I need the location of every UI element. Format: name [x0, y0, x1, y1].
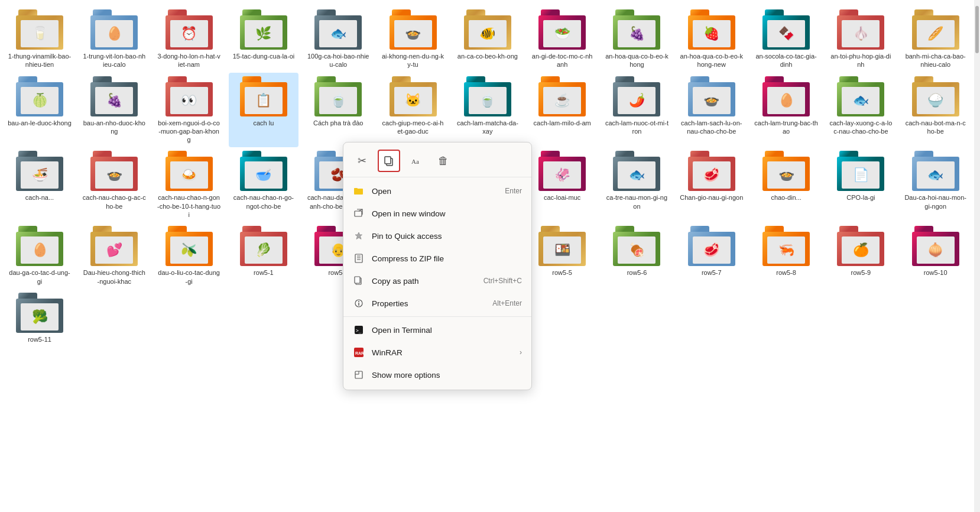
folder-item[interactable]: 🧅 row5-10: [901, 222, 971, 289]
folder-item[interactable]: 🥛 1-thung-vinamilk-bao-nhieu-tien: [5, 6, 74, 73]
folder-item[interactable]: 📄 CPO-la-gi: [826, 147, 895, 222]
folder-label: bau-an-nho-duoc-khong: [82, 119, 146, 136]
folder-label: cach-nau-chao-n-gon-cho-be-10-t-hang-tuo…: [157, 193, 221, 219]
menu-item-winrar[interactable]: RAR WinRAR ›: [343, 341, 531, 364]
folder-icon: 🍛: [166, 151, 213, 191]
scrollbar[interactable]: [974, 0, 980, 512]
folder-item[interactable]: 🍫 an-socola-co-tac-gia-dinh: [751, 6, 821, 73]
folder-item[interactable]: 🍵 cach-lam-matcha-da-xay: [453, 73, 523, 148]
folder-item[interactable]: 🍲 cach-nau-chao-g-ac-cho-be: [79, 147, 149, 222]
folder-icon: 🍈: [16, 76, 63, 116]
folder-item[interactable]: ☕ cach-lam-milo-d-am: [527, 73, 597, 148]
folder-item[interactable]: 🐱 cach-giup-meo-c-ai-het-gao-duc: [378, 73, 448, 148]
menu-item-more[interactable]: Show more options: [343, 364, 531, 386]
folder-item[interactable]: 🦐 row5-8: [751, 222, 821, 289]
folder-item[interactable]: 🐠 an-ca-co-beo-kh-ong: [453, 6, 523, 73]
folder-base: 🥦: [16, 299, 63, 333]
folder-item[interactable]: 🐟 cach-lay-xuong-c-a-loc-nau-chao-cho-be: [826, 73, 895, 148]
folder-item[interactable]: 📋 cach lu: [229, 73, 298, 148]
folder-item[interactable]: 🍛 cach-nau-chao-n-gon-cho-be-10-t-hang-t…: [154, 147, 224, 222]
folder-label: an-ca-co-beo-kh-ong: [457, 52, 518, 60]
folder-base: 🍵: [314, 82, 362, 116]
folder-icon: 🥚: [90, 9, 138, 50]
folder-preview: 💕: [95, 236, 133, 264]
menu-item-pin[interactable]: Pin to Quick access: [343, 225, 531, 247]
menu-item-terminal[interactable]: >_ Open in Terminal: [343, 319, 531, 341]
folder-item[interactable]: 🍲 cach-lam-sach-lu-on-nau-chao-cho-be: [677, 73, 747, 148]
folder-icon: 🐟: [912, 151, 959, 191]
folder-label: row5-8: [776, 268, 796, 277]
delete-button[interactable]: 🗑: [432, 150, 455, 172]
folder-icon: 🫒: [166, 226, 213, 266]
folder-preview: 🍇: [618, 20, 656, 47]
folder-item[interactable]: 🌿 15-tac-dung-cua-la-oi: [229, 6, 298, 73]
folder-icon: 🍲: [390, 9, 437, 50]
folder-item[interactable]: 🌶️ cach-lam-nuoc-ot-mi-tron: [602, 73, 671, 148]
folder-base: 🍜: [16, 157, 63, 191]
menu-separator: [343, 316, 531, 317]
folder-item[interactable]: 🐟 Dau-ca-hoi-nau-mon-gi-ngon: [901, 147, 971, 222]
folder-item[interactable]: 🐟 ca-tre-nau-mon-gi-ngon: [602, 147, 671, 222]
folder-icon: 🧄: [837, 9, 884, 50]
scrollbar-thumb[interactable]: [975, 6, 979, 53]
menu-item-open[interactable]: Open Enter: [343, 180, 531, 202]
folder-item[interactable]: 🍲 ai-khong-nen-du-ng-ky-tu: [378, 6, 448, 73]
folder-item[interactable]: 🐟 100g-ca-hoi-bao-nhieu-calo: [303, 6, 373, 73]
folder-item[interactable]: 🍜 cach-na...: [5, 147, 74, 222]
folder-item[interactable]: 🍇 an-hoa-qua-co-b-eo-khong: [602, 6, 671, 73]
folder-preview: 📋: [245, 87, 283, 114]
menu-item-open-new[interactable]: Open in new window: [343, 202, 531, 225]
folder-icon: 📋: [240, 76, 287, 116]
folder-item[interactable]: 🍱 row5-5: [527, 222, 597, 289]
folder-item[interactable]: 💕 Dau-hieu-chong-thich-nguoi-khac: [79, 222, 149, 289]
folder-label: cach-lay-xuong-c-a-loc-nau-chao-cho-be: [829, 119, 893, 136]
folder-item[interactable]: 🍲 chao-din...: [751, 147, 821, 222]
folder-thumbnail: 🍓: [693, 20, 731, 47]
menu-item-copy-path[interactable]: Copy as path Ctrl+Shift+C: [343, 270, 531, 292]
folder-item[interactable]: 🥗 an-gi-de-toc-mo-c-nhanh: [527, 6, 597, 73]
rename-button[interactable]: Aa: [405, 150, 427, 172]
folder-item[interactable]: 🥩 Chan-gio-nau-gi-ngon: [677, 147, 747, 222]
folder-item[interactable]: 🦑 cac-loai-muc: [527, 147, 597, 222]
folder-item[interactable]: 🫒 dau-o-liu-co-tac-dung-gi: [154, 222, 224, 289]
copy-button[interactable]: [378, 150, 400, 172]
folder-icon: 🥚: [16, 226, 63, 266]
folder-preview: 🥩: [693, 161, 731, 189]
folder-thumbnail: 🍵: [319, 87, 357, 114]
folder-item[interactable]: 🍓 an-hoa-qua-co-b-eo-khong-new: [677, 6, 747, 73]
folder-item[interactable]: 🥚 1-trung-vit-lon-bao-nhieu-calo: [79, 6, 149, 73]
folder-item[interactable]: 🍇 bau-an-nho-duoc-khong: [79, 73, 149, 148]
folder-preview: 🐠: [469, 20, 507, 47]
folder-base: ☕: [538, 82, 586, 116]
folder-preview: 🍲: [693, 87, 731, 114]
folder-item[interactable]: 🍊 row5-9: [826, 222, 895, 289]
folder-item[interactable]: 🥬 row5-1: [229, 222, 298, 289]
folder-item[interactable]: 🍚 cach-nau-bot-ma-n-cho-be: [901, 73, 971, 148]
menu-item-compress[interactable]: Compress to ZIP file: [343, 247, 531, 270]
cut-button[interactable]: ✂: [351, 150, 373, 172]
folder-label: chao-din...: [771, 193, 801, 202]
folder-item[interactable]: 🧄 an-toi-phu-hop-gia-dinh: [826, 6, 895, 73]
folder-label: row5-7: [702, 268, 722, 277]
folder-item[interactable]: 🍖 row5-6: [602, 222, 671, 289]
folder-base: 🍱: [538, 232, 586, 266]
folder-item[interactable]: 🍈 bau-an-le-duoc-khong: [5, 73, 74, 148]
menu-item-properties[interactable]: Properties Alt+Enter: [343, 292, 531, 315]
folder-icon: 🥩: [688, 226, 735, 266]
folder-item[interactable]: 🥚 cach-lam-trung-bac-thao: [751, 73, 821, 148]
folder-item[interactable]: 🥩 row5-7: [677, 222, 747, 289]
folder-preview: 🌶️: [618, 87, 656, 114]
folder-item[interactable]: 🥖 banh-mi-cha-ca-bao-nhieu-calo: [901, 6, 971, 73]
folder-label: 1-thung-vinamilk-bao-nhieu-tien: [8, 52, 72, 69]
folder-item[interactable]: 🥣 cach-nau-chao-n-go-ngot-cho-be: [229, 147, 298, 222]
folder-item[interactable]: 🥦 row5-11: [5, 289, 74, 347]
folder-base: 🍈: [16, 82, 63, 116]
folder-item[interactable]: ⏰ 3-dong-ho-lon-n-hat-viet-nam: [154, 6, 224, 73]
folder-item[interactable]: 🥚 dau-ga-co-tac-d-ung-gi: [5, 222, 74, 289]
folder-base: 🍲: [762, 157, 810, 191]
folder-item[interactable]: 👀 boi-xem-nguoi-d-o-co-muon-gap-ban-khon…: [154, 73, 224, 148]
folder-label: an-toi-phu-hop-gia-dinh: [829, 52, 893, 69]
folder-thumbnail: 🦑: [543, 161, 581, 189]
folder-item[interactable]: 🍵 Cách pha trà đào: [303, 73, 373, 148]
menu-label-properties: Properties: [372, 299, 488, 308]
